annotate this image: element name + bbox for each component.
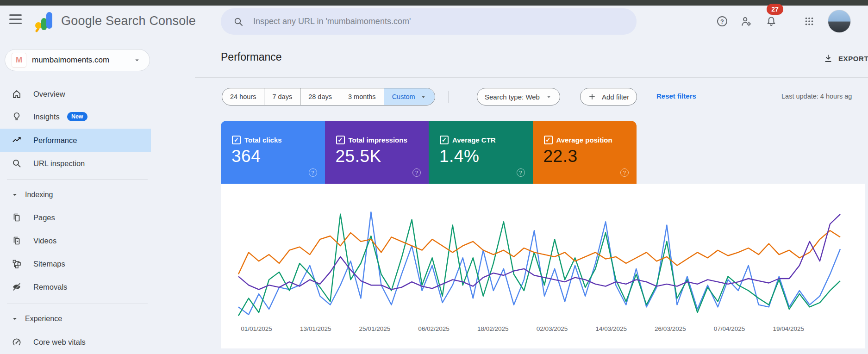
- metric-card-average-ctr[interactable]: Average CTR 1.4%: [429, 121, 533, 184]
- sidebar-item-label: Core web vitals: [33, 338, 86, 347]
- page-title: Performance: [221, 51, 282, 63]
- chart-line-average-position: [238, 214, 840, 290]
- url-inspect-input[interactable]: [252, 16, 606, 27]
- content-divider: [195, 77, 868, 78]
- help-button[interactable]: ?: [713, 12, 731, 31]
- metric-card-total-clicks[interactable]: Total clicks 364: [221, 121, 325, 184]
- export-button[interactable]: EXPORT: [823, 53, 868, 63]
- reset-filters-link[interactable]: Reset filters: [656, 92, 696, 100]
- checkbox-checked-icon[interactable]: [232, 136, 241, 144]
- property-selector[interactable]: M mumbaimoments.com: [5, 49, 150, 71]
- lightbulb-icon: [11, 111, 22, 122]
- date-range-tabs: 24 hours 7 days 28 days 3 months Custom: [222, 88, 435, 106]
- sidebar-section-indexing[interactable]: Indexing: [0, 184, 151, 205]
- google-apps-button[interactable]: [800, 12, 818, 31]
- sidebar-item-label: Pages: [33, 213, 55, 222]
- trending-up-icon: [11, 135, 22, 146]
- sidebar-item-pages[interactable]: Pages: [0, 206, 151, 229]
- sidebar-item-url-inspection[interactable]: URL inspection: [0, 152, 151, 175]
- tab-28-days[interactable]: 28 days: [300, 88, 340, 105]
- caret-down-icon: [11, 315, 19, 323]
- notifications-button[interactable]: [762, 12, 781, 31]
- sidebar-item-label: URL inspection: [33, 159, 85, 168]
- sidebar-item-label: Videos: [33, 236, 56, 245]
- metric-label: Average CTR: [452, 136, 496, 144]
- metric-value: 1.4%: [439, 147, 479, 166]
- eye-off-icon: [11, 281, 22, 292]
- home-icon: [11, 88, 22, 99]
- apps-grid-icon: [803, 15, 815, 27]
- url-inspect-searchbar[interactable]: [221, 8, 637, 35]
- user-settings-button[interactable]: [737, 12, 756, 31]
- caret-down-icon: [11, 191, 19, 199]
- sidebar-section-label: Indexing: [25, 191, 53, 199]
- pages-icon: [11, 212, 22, 223]
- x-axis-label: 19/04/2025: [773, 325, 805, 332]
- x-axis-label: 01/01/2025: [241, 325, 272, 332]
- search-type-dropdown[interactable]: Search type: Web: [477, 88, 560, 106]
- google-search-console-page: Google Search Console ? 27: [0, 0, 868, 354]
- help-icon[interactable]: [309, 168, 317, 177]
- chevron-down-icon: [545, 93, 552, 100]
- checkbox-checked-icon[interactable]: [336, 136, 345, 144]
- checkbox-checked-icon[interactable]: [440, 136, 449, 144]
- bell-icon: [765, 15, 778, 28]
- last-update-text: Last update: 4 hours ag: [781, 93, 852, 100]
- sidebar-section-experience[interactable]: Experience: [0, 308, 151, 329]
- metric-label: Total clicks: [244, 136, 282, 144]
- svg-text:?: ?: [720, 18, 724, 25]
- hamburger-menu-icon[interactable]: [9, 14, 22, 24]
- browser-top-strip: [0, 0, 868, 6]
- help-icon: ?: [716, 15, 729, 28]
- metric-label: Average position: [556, 136, 612, 144]
- tab-24-hours[interactable]: 24 hours: [222, 88, 264, 105]
- add-filter-button[interactable]: Add filter: [580, 88, 637, 106]
- tab-3-months[interactable]: 3 months: [340, 88, 384, 105]
- sidebar-item-videos[interactable]: Videos: [0, 229, 151, 252]
- help-icon[interactable]: [517, 168, 525, 177]
- search-type-label: Search type: Web: [485, 93, 540, 101]
- sidebar-item-insights[interactable]: Insights New: [0, 105, 151, 128]
- tab-7-days[interactable]: 7 days: [264, 88, 300, 105]
- tab-custom-label: Custom: [392, 93, 415, 100]
- sitemaps-icon: [11, 258, 22, 269]
- x-axis-labels: 01/01/202513/01/202525/01/202506/02/2025…: [221, 325, 865, 335]
- checkbox-checked-icon[interactable]: [544, 136, 553, 144]
- plus-icon: [588, 93, 596, 101]
- notification-count-badge[interactable]: 27: [767, 4, 783, 15]
- filter-separator: [448, 91, 449, 103]
- sidebar-item-label: Insights: [33, 112, 60, 121]
- tab-custom[interactable]: Custom: [384, 88, 435, 105]
- metric-card-total-impressions[interactable]: Total impressions 25.5K: [325, 121, 429, 184]
- performance-chart-svg: [238, 205, 840, 321]
- sidebar-item-removals[interactable]: Removals: [0, 275, 151, 298]
- new-badge: New: [67, 112, 87, 121]
- download-icon: [823, 53, 833, 63]
- sidebar-item-label: Performance: [33, 136, 77, 145]
- sidebar-section-label: Experience: [25, 315, 62, 323]
- gauge-icon: [11, 336, 22, 348]
- account-avatar[interactable]: [828, 10, 851, 33]
- metric-card-average-position[interactable]: Average position 22.3: [533, 121, 637, 184]
- sidebar-divider: [7, 179, 148, 180]
- magnifier-icon: [11, 158, 22, 169]
- x-axis-label: 07/04/2025: [714, 325, 745, 332]
- sidebar-item-sitemaps[interactable]: Sitemaps: [0, 252, 151, 275]
- sidebar-item-label: Overview: [33, 90, 65, 99]
- metric-value: 25.5K: [336, 147, 381, 166]
- x-axis-label: 18/02/2025: [477, 325, 509, 332]
- x-axis-label: 14/03/2025: [595, 325, 627, 332]
- sidebar-divider: [7, 304, 148, 304]
- performance-chart-panel[interactable]: 01/01/202513/01/202525/01/202506/02/2025…: [221, 184, 865, 348]
- sidebar-item-overview[interactable]: Overview: [0, 82, 151, 106]
- help-icon[interactable]: [620, 168, 629, 177]
- metric-value: 22.3: [543, 147, 578, 166]
- sidebar-item-core-web-vitals[interactable]: Core web vitals: [0, 330, 151, 354]
- help-icon[interactable]: [412, 168, 421, 177]
- videos-icon: [11, 235, 22, 246]
- sidebar-item-performance[interactable]: Performance: [0, 129, 151, 152]
- x-axis-label: 26/03/2025: [655, 325, 686, 332]
- product-logo: Google Search Console: [35, 11, 196, 31]
- search-console-logo-icon: [35, 11, 54, 31]
- metric-value: 364: [231, 147, 261, 166]
